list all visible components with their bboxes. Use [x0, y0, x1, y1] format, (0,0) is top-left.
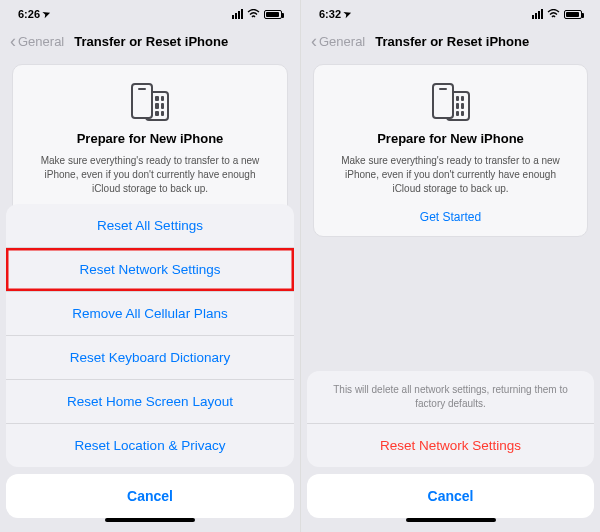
reset-keyboard-dictionary[interactable]: Reset Keyboard Dictionary: [6, 335, 294, 379]
prepare-card: Prepare for New iPhone Make sure everyth…: [313, 64, 588, 237]
reset-network-settings[interactable]: Reset Network Settings: [6, 247, 294, 291]
action-sheet-group: Reset All Settings Reset Network Setting…: [6, 204, 294, 467]
status-time: 6:32: [319, 8, 341, 20]
status-bar: 6:32 ➤: [301, 0, 600, 24]
device-icons: [328, 83, 573, 119]
phone-icon: [131, 83, 153, 119]
wifi-icon: [247, 9, 260, 19]
remove-all-cellular-plans[interactable]: Remove All Cellular Plans: [6, 291, 294, 335]
reset-location-privacy[interactable]: Reset Location & Privacy: [6, 423, 294, 467]
cancel-button[interactable]: Cancel: [307, 474, 594, 518]
action-sheet-group: This will delete all network settings, r…: [307, 371, 594, 467]
cancel-button[interactable]: Cancel: [6, 474, 294, 518]
card-desc: Make sure everything's ready to transfer…: [328, 154, 573, 196]
back-chevron-icon[interactable]: ‹: [311, 32, 317, 50]
location-icon: ➤: [343, 8, 354, 20]
status-bar: 6:26 ➤: [0, 0, 300, 24]
cell-signal-icon: [532, 9, 543, 19]
screen-confirm-reset: 6:32 ➤ ‹ General Transfer or Reset iPhon…: [300, 0, 600, 532]
cell-signal-icon: [232, 9, 243, 19]
card-title: Prepare for New iPhone: [328, 131, 573, 146]
page-title: Transfer or Reset iPhone: [74, 34, 228, 49]
nav-bar: ‹ General Transfer or Reset iPhone: [301, 24, 600, 58]
back-button[interactable]: General: [18, 34, 64, 49]
nav-bar: ‹ General Transfer or Reset iPhone: [0, 24, 300, 58]
confirm-message: This will delete all network settings, r…: [307, 371, 594, 423]
location-icon: ➤: [42, 8, 53, 20]
phone-icon: [432, 83, 454, 119]
reset-action-sheet: Reset All Settings Reset Network Setting…: [0, 204, 300, 532]
screen-reset-options: 6:26 ➤ ‹ General Transfer or Reset iPhon…: [0, 0, 300, 532]
reset-all-settings[interactable]: Reset All Settings: [6, 204, 294, 247]
back-button[interactable]: General: [319, 34, 365, 49]
battery-icon: [564, 10, 582, 19]
page-title: Transfer or Reset iPhone: [375, 34, 529, 49]
get-started-button[interactable]: Get Started: [328, 210, 573, 224]
home-indicator[interactable]: [406, 518, 496, 522]
confirm-action-sheet: This will delete all network settings, r…: [301, 371, 600, 532]
card-desc: Make sure everything's ready to transfer…: [27, 154, 273, 196]
wifi-icon: [547, 9, 560, 19]
reset-home-screen-layout[interactable]: Reset Home Screen Layout: [6, 379, 294, 423]
status-time: 6:26: [18, 8, 40, 20]
home-indicator[interactable]: [105, 518, 195, 522]
card-title: Prepare for New iPhone: [27, 131, 273, 146]
battery-icon: [264, 10, 282, 19]
back-chevron-icon[interactable]: ‹: [10, 32, 16, 50]
device-icons: [27, 83, 273, 119]
confirm-reset-network-settings[interactable]: Reset Network Settings: [307, 423, 594, 467]
